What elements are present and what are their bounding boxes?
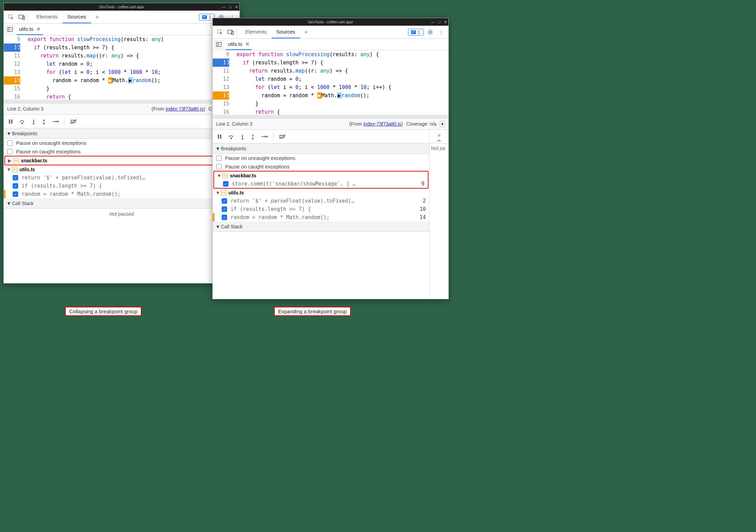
navigator-toggle-icon[interactable] <box>215 40 223 49</box>
checkbox-unchecked[interactable] <box>7 149 13 154</box>
checkbox-checked[interactable]: ✓ <box>13 191 18 197</box>
step-out-icon[interactable] <box>41 119 46 124</box>
issues-badge[interactable]: 1 <box>408 29 423 36</box>
svg-rect-2 <box>23 16 25 20</box>
step-out-icon[interactable] <box>250 134 255 139</box>
pause-uncaught-row[interactable]: Pause on uncaught exceptions <box>4 139 239 147</box>
breakpoint-group-snackbar[interactable]: ▶ <> snackbar.ts <box>5 156 238 165</box>
breakpoint-entry[interactable]: ✓ if (results.length >= 7) { 10 <box>213 205 429 213</box>
line-number-breakpoint[interactable]: 10 <box>4 43 20 52</box>
scrollbar-horizontal[interactable] <box>213 115 448 118</box>
inspect-icon[interactable] <box>215 27 225 37</box>
chevron-down-icon: ▼ <box>7 167 10 172</box>
pause-icon[interactable] <box>8 119 13 124</box>
line-number[interactable]: 9 <box>213 50 229 59</box>
minimize-button[interactable]: — <box>222 5 226 9</box>
tab-overflow[interactable]: » <box>91 11 103 23</box>
line-number[interactable]: 11 <box>213 67 229 75</box>
checkbox-checked[interactable]: ✓ <box>222 215 227 220</box>
breakpoints-pane-header[interactable]: ▼ Breakpoints <box>4 128 239 139</box>
code-editor[interactable]: 9 10 11 12 13 14 15 16 17 export functio… <box>213 50 448 118</box>
tab-sources[interactable]: Sources <box>63 11 91 23</box>
line-number[interactable]: 9 <box>4 35 20 43</box>
annotation-left: Collapsing a breakpoint group <box>65 307 141 316</box>
breakpoints-pane-header[interactable]: ▼ Breakpoints <box>213 143 429 154</box>
breakpoint-entry[interactable]: ✓ return '$' + parseFloat(value).toFixed… <box>4 174 239 182</box>
device-toggle-icon[interactable] <box>226 27 236 37</box>
maximize-button[interactable]: □ <box>438 20 441 24</box>
line-gutter[interactable]: 9 10 11 12 13 14 15 16 17 <box>4 35 23 103</box>
checkbox-checked[interactable]: ✓ <box>13 175 18 180</box>
step-icon[interactable] <box>52 119 59 124</box>
breakpoint-entry[interactable]: ✓ if (results.length >= 7) { 10 <box>4 182 239 190</box>
step-over-icon[interactable] <box>19 119 26 124</box>
close-button[interactable]: ✕ <box>444 20 447 24</box>
line-number[interactable]: 13 <box>4 68 20 76</box>
maximize-button[interactable]: □ <box>229 5 232 9</box>
breakpoint-entry[interactable]: ✓ random = random * Math.random(); 14 <box>213 213 429 221</box>
svg-rect-24 <box>412 32 414 33</box>
line-number[interactable]: 11 <box>4 52 20 60</box>
navigator-toggle-icon[interactable] <box>6 25 14 34</box>
step-into-icon[interactable] <box>240 134 245 139</box>
line-number[interactable]: 15 <box>4 85 20 93</box>
titlebar: DevTools - coffee-cart.app/ — □ ✕ <box>4 3 239 11</box>
source-map-link[interactable]: index-73f73a80.js <box>363 121 401 127</box>
line-number-breakpoint[interactable]: 10 <box>213 59 229 67</box>
group-filename: snackbar.ts <box>230 173 256 178</box>
dropdown-icon[interactable]: ▾ <box>440 121 445 127</box>
line-number-conditional-breakpoint[interactable]: 14 <box>213 91 229 100</box>
pause-uncaught-row[interactable]: Pause on uncaught exceptions <box>213 154 429 162</box>
checkbox-checked[interactable]: ✓ <box>222 206 227 212</box>
checkbox-unchecked[interactable] <box>216 155 222 161</box>
line-number[interactable]: 12 <box>4 60 20 68</box>
code-content[interactable]: export function slowProcessing(results: … <box>23 35 239 103</box>
step-into-icon[interactable] <box>31 119 36 124</box>
pause-icon[interactable] <box>217 134 222 139</box>
line-number[interactable]: 13 <box>213 83 229 91</box>
scrollbar-horizontal[interactable] <box>4 100 239 103</box>
line-number-conditional-breakpoint[interactable]: 14 <box>4 76 20 85</box>
checkbox-checked[interactable]: ✓ <box>13 183 18 189</box>
checkbox-unchecked[interactable] <box>216 164 222 169</box>
line-number[interactable]: 15 <box>213 100 229 108</box>
pause-caught-row[interactable]: Pause on caught exceptions <box>4 147 239 156</box>
file-tab-utils[interactable]: utils.ts ✕ <box>17 24 43 35</box>
inspect-icon[interactable] <box>6 12 16 22</box>
tab-sources[interactable]: Sources <box>272 26 300 38</box>
overflow-tabs[interactable]: » <box>430 130 448 143</box>
breakpoint-entry[interactable]: ✓ store.commit('snackbar/showMessage', {… <box>214 180 428 188</box>
close-button[interactable]: ✕ <box>235 5 238 9</box>
source-map-link[interactable]: index-73f73a80.js <box>166 106 204 112</box>
breakpoint-entry[interactable]: ✓ return '$' + parseFloat(value).toFixed… <box>213 197 429 205</box>
code-content[interactable]: export function slowProcessing(results: … <box>232 50 448 118</box>
device-toggle-icon[interactable] <box>17 12 27 22</box>
line-number[interactable]: 12 <box>213 75 229 83</box>
settings-icon[interactable] <box>425 27 435 37</box>
deactivate-breakpoints-icon[interactable] <box>70 119 77 124</box>
code-editor[interactable]: 9 10 11 12 13 14 15 16 17 export functio… <box>4 35 239 103</box>
tab-elements[interactable]: Elements <box>240 26 272 38</box>
line-gutter[interactable]: 9 10 11 12 13 14 15 16 17 <box>213 50 232 118</box>
close-icon[interactable]: ✕ <box>245 41 250 47</box>
svg-point-17 <box>58 121 59 122</box>
more-icon[interactable]: ⋮ <box>436 27 446 37</box>
checkbox-checked[interactable]: ✓ <box>223 181 228 187</box>
tab-overflow[interactable]: » <box>300 26 312 38</box>
callstack-pane-header[interactable]: ▼ Call Stack <box>4 198 239 208</box>
minimize-button[interactable]: — <box>431 20 435 24</box>
pause-caught-row[interactable]: Pause on caught exceptions <box>213 162 429 171</box>
tab-elements[interactable]: Elements <box>32 11 63 23</box>
breakpoint-entry[interactable]: ✓ random = random * Math.random(); 14 <box>4 190 239 198</box>
breakpoint-group-utils[interactable]: ▼ <> utils.ts <box>4 165 239 174</box>
close-icon[interactable]: ✕ <box>36 26 41 32</box>
breakpoint-group-utils[interactable]: ▼ <> utils.ts <box>213 189 429 197</box>
step-icon[interactable] <box>261 135 268 139</box>
deactivate-breakpoints-icon[interactable] <box>279 134 286 139</box>
step-over-icon[interactable] <box>228 134 235 139</box>
file-tab-utils[interactable]: utils.ts ✕ <box>226 39 252 50</box>
checkbox-checked[interactable]: ✓ <box>222 198 227 204</box>
checkbox-unchecked[interactable] <box>7 140 13 146</box>
callstack-pane-header[interactable]: ▼ Call Stack <box>213 221 429 232</box>
breakpoint-group-snackbar[interactable]: ▼ <> snackbar.ts <box>214 172 428 180</box>
